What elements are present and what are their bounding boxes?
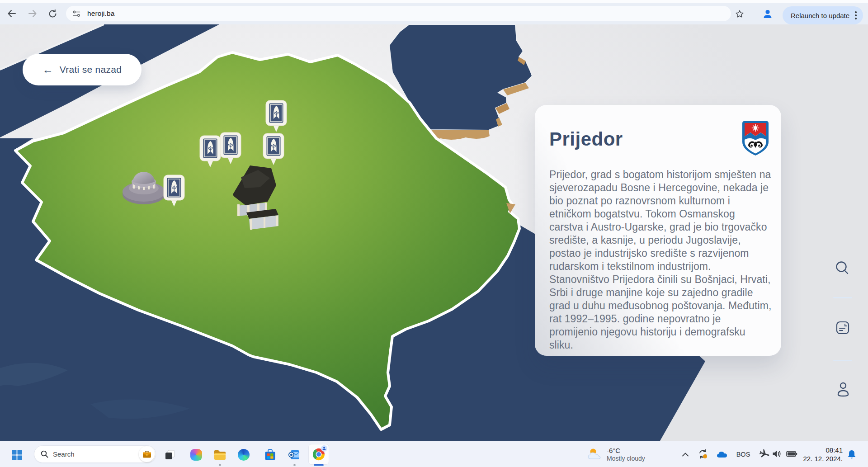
windows-taskbar: Search — [0, 441, 868, 467]
language-code: BOS — [736, 451, 750, 458]
weather-temperature: -6°C — [607, 447, 645, 455]
onedrive-cloud-icon — [716, 450, 728, 458]
tray-date: 22. 12. 2024. — [803, 454, 843, 463]
browser-menu-kebab-icon[interactable] — [855, 11, 857, 19]
back-arrow-icon — [7, 9, 17, 19]
rail-divider — [833, 360, 852, 361]
star-icon — [735, 9, 745, 19]
edge-button[interactable] — [236, 447, 251, 462]
sync-arrows-icon — [698, 448, 708, 459]
relaunch-to-update-button[interactable]: Relaunch to update — [783, 6, 863, 24]
screen: heroji.ba Relaunch to update — [0, 0, 868, 467]
notification-bell-button[interactable] — [846, 449, 857, 460]
municipality-title: Prijedor — [549, 128, 623, 150]
weather-condition: Mostly cloudy — [607, 455, 645, 462]
bookmark-star-button[interactable] — [733, 8, 746, 20]
search-icon — [835, 260, 850, 277]
bell-icon — [847, 449, 857, 460]
file-explorer-icon — [214, 450, 226, 460]
search-icon — [41, 450, 48, 458]
outlook-icon — [288, 449, 300, 461]
taskbar-weather-widget[interactable]: -6°C Mostly cloudy — [587, 444, 645, 465]
battery-icon — [786, 450, 797, 458]
browser-forward-button[interactable] — [24, 5, 41, 22]
page-content: ← Vrati se nazad Prijedor — [0, 24, 868, 441]
profile-person-icon — [322, 446, 326, 451]
chrome-profile-badge — [321, 445, 327, 452]
chrome-taskbar-button[interactable] — [308, 444, 329, 465]
url-bar[interactable]: heroji.ba — [66, 6, 731, 21]
back-to-map-button[interactable]: ← Vrati se nazad — [23, 54, 142, 85]
store-icon — [264, 449, 276, 461]
search-highlight-badge[interactable] — [139, 446, 155, 462]
airplane-icon — [759, 448, 770, 459]
person-icon — [836, 382, 850, 397]
rail-divider — [833, 297, 852, 298]
chevron-up-icon — [682, 453, 689, 457]
tray-language-indicator[interactable]: BOS — [736, 450, 751, 459]
tray-chevron-up-button[interactable] — [681, 450, 690, 458]
running-indicator — [293, 464, 296, 466]
task-view-icon — [164, 449, 176, 461]
taskbar-search-box[interactable]: Search — [34, 445, 156, 463]
forward-arrow-icon — [28, 9, 38, 19]
map-search-button[interactable] — [835, 260, 850, 278]
edge-icon — [238, 449, 250, 461]
municipality-info-card: Prijedor Prijedor, grad s bogatom histor… — [535, 105, 781, 356]
chrome-active-indicator — [314, 464, 324, 466]
tray-volume-button[interactable] — [771, 449, 783, 459]
start-button[interactable] — [9, 447, 24, 462]
back-button-label: Vrati se nazad — [60, 64, 122, 75]
task-view-button[interactable] — [162, 447, 178, 462]
prijedor-coat-of-arms — [742, 121, 769, 156]
copilot-button[interactable] — [189, 447, 204, 462]
relaunch-label: Relaunch to update — [791, 12, 849, 19]
weather-cloud-sun-icon — [587, 448, 603, 461]
url-text: heroji.ba — [87, 9, 114, 18]
briefcase-icon — [142, 450, 151, 458]
browser-back-button[interactable] — [4, 5, 20, 22]
file-explorer-button[interactable] — [212, 447, 227, 462]
speaker-icon — [772, 449, 783, 458]
map-profile-button[interactable] — [836, 382, 850, 398]
browser-profile-button[interactable] — [760, 7, 775, 21]
site-settings-tune-icon — [72, 10, 81, 17]
tray-clock[interactable]: 08:41 22. 12. 2024. — [803, 446, 843, 463]
outlook-button[interactable] — [286, 447, 302, 462]
browser-reload-button[interactable] — [44, 5, 61, 22]
reload-icon — [48, 9, 57, 19]
tray-update-sync-button[interactable] — [697, 448, 709, 460]
browser-toolbar: heroji.ba Relaunch to update — [0, 3, 868, 24]
tray-onedrive-button[interactable] — [716, 449, 728, 458]
document-icon — [835, 321, 850, 335]
tray-pen-flight-button[interactable] — [759, 448, 770, 459]
microsoft-store-button[interactable] — [262, 447, 278, 462]
left-arrow-icon: ← — [42, 64, 53, 75]
tray-battery-button[interactable] — [786, 449, 797, 458]
running-indicator — [219, 464, 221, 466]
window-top-edge — [0, 0, 868, 3]
windows-logo-icon — [12, 450, 22, 460]
search-placeholder: Search — [53, 450, 75, 458]
copilot-icon — [190, 449, 202, 461]
map-document-button[interactable] — [835, 321, 850, 336]
profile-person-icon — [762, 8, 774, 20]
municipality-description: Prijedor, grad s bogatom historijom smje… — [549, 168, 772, 352]
tray-time: 08:41 — [803, 446, 843, 454]
